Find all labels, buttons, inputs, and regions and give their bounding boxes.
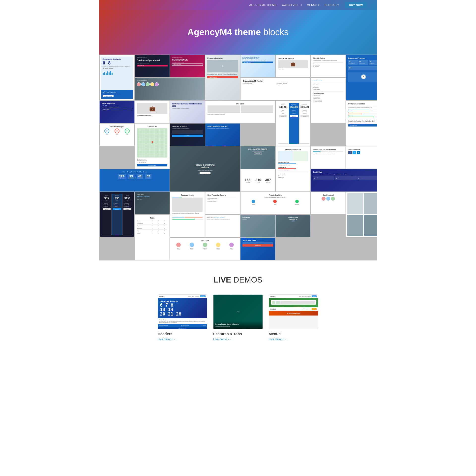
block-dark-pricing: Starter $35 /mo ✓ Feature 1✓ Feature 2✓ … [100, 192, 134, 237]
block-flexible-plans: Flexible Plans For Your Business Lorem i… [311, 146, 346, 169]
demo-thumb-features[interactable]: 📷 Lorem ipsum dolor sit amet, consectetu… [213, 294, 263, 329]
block-marketing-conf[interactable]: 2017 MARKETING CONFERENCE Lorem ipsum do… [170, 55, 205, 77]
nav-agencym4[interactable]: AGENCYM4 THEME [249, 3, 277, 6]
block-fullscreen-slider: FULL SCREEN SLIDER Lorem ipsum dolor sit… [240, 146, 275, 169]
block-economic-analysis[interactable]: Economic Analysis 0 8 Lorem ipsum dolor … [100, 55, 134, 100]
live-demos-section: LIVE DEMOS MobiDoc Home About Services C… [99, 260, 377, 351]
demo-card-headers: MobiDoc Home About Services Contact Econ… [158, 294, 207, 341]
block-create-website: Create SomethingWebsite Lorem ipsum dolo… [170, 146, 240, 191]
block-business-redefined[interactable]: 💼 Business Redefined [135, 101, 170, 123]
block-lets-get-touch[interactable]: Let's Get In Touch Lorem ipsum dolor sit… [170, 124, 205, 146]
block-business-process[interactable]: Business Process 01 Lorem ipsum 02 Conse… [346, 55, 377, 100]
block-our-team: Our Team Name 1 Position Name 2 Position… [170, 238, 240, 260]
block-credit-card: Credit Card Lorem ipsum dolor sit amet c… [311, 169, 377, 191]
block-team-photo: Team members [135, 78, 205, 100]
demos-grid: MobiDoc Home About Services Contact Econ… [109, 294, 367, 341]
block-business-agency-photo: Business Agency [240, 215, 275, 237]
demo-card-features: 📷 Lorem ipsum dolor sit amet, consectetu… [213, 294, 263, 341]
block-live-links: Live Insurance Online Solutions Mobile A… [311, 78, 346, 123]
block-pricing-standard: Starter $35.99 Feature 1Feature 2Feature… [276, 101, 310, 146]
demo-thumb-menus[interactable]: MobiDoc Main Form Links Pages ▾ Button [269, 294, 318, 329]
block-share-page[interactable]: Share This Page! f t in [346, 146, 377, 169]
block-smart-solutions[interactable]: Smart Solutions For You Lorem ipsum dolo… [100, 101, 134, 123]
block-political-economics: Political Economics Lorem ipsum dolor si… [346, 101, 377, 146]
block-like-what[interactable]: Like What We Offer? Lorem ipsum dolor si… [240, 55, 275, 77]
block-create-volume2: CreatesomeVolume 2 15:59 [276, 215, 310, 237]
block-first-class: First class business solutions since 198… [170, 101, 205, 123]
live-demos-title: LIVE DEMOS [109, 275, 367, 285]
block-subscribe[interactable]: SUBSCRIBE FORM SUBSCRIBE [240, 238, 275, 260]
block-first-class-tabs: First class business solutions Lorem ips… [205, 215, 240, 237]
demo-card-menus: MobiDoc Main Form Links Pages ▾ Button [269, 294, 318, 341]
block-smart-solutions-photo: Smart Solutions For You Lorem ipsum dolo… [205, 124, 240, 146]
block-contact-us-map[interactable]: Contact Us 📍 📞 +1 234 567 890 ✉ info@com… [135, 124, 170, 169]
block-flexible-rates[interactable]: Flexible Rates Lorem ipsum dolor sit ame… [311, 55, 346, 77]
block-our-news: Our News Lorem ipsum dolor sit amet cons… [205, 101, 275, 123]
hero-title: AgencyM4 theme blocks [187, 27, 289, 37]
demo-title-features: Features & Tabs [213, 332, 263, 336]
block-private-banking: Private Banking Lorem ipsum dolor sit am… [240, 192, 310, 214]
nav-menus[interactable]: MENUS [307, 3, 320, 7]
demo-link-headers[interactable]: Live demo › [158, 338, 175, 341]
demo-title-headers: Headers [158, 332, 207, 336]
hero-section: AgencyM4 theme blocks [99, 10, 377, 55]
blocks-grid-wrapper: Economic Analysis 0 8 Lorem ipsum dolor … [99, 55, 377, 260]
demo-link-features[interactable]: Live demo › [213, 338, 231, 341]
block-countdown: Count Every Second Until The Event 122 :… [100, 169, 170, 191]
demo-thumb-headers[interactable]: MobiDoc Home About Services Contact Econ… [158, 294, 207, 329]
block-business-ops[interactable]: OPTIMIZE YOUR Business Operations! Lorem… [135, 55, 170, 77]
block-photos-grid [346, 192, 377, 237]
block-first-class-image: First classbusiness solutions since 1989 [135, 192, 170, 214]
block-business-solutions-analysis: Business Solutions Economic Analysis Lor… [276, 146, 310, 191]
blocks-grid: Economic Analysis 0 8 Lorem ipsum dolor … [99, 55, 377, 260]
main-nav: AGENCYM4 THEME WATCH VIDEO MENUS BLOCKS [249, 3, 339, 7]
block-org-behavior: Organizational Behavior ☑ Lorem ipsum do… [240, 78, 310, 100]
block-insurance[interactable]: Insurance Policy 💼 Flexible Rates [276, 55, 310, 77]
block-best-financial: Best Financial Experts 01. Lorem ipsum d… [205, 192, 240, 214]
block-tabs-media[interactable]: Tabs and media Lorem ipsum dolor sit ame… [170, 192, 205, 237]
block-our-advantages: Our advantages 80% Lorem 65% Ipsum 90% D… [100, 124, 134, 146]
demo-title-menus: Menus [269, 332, 318, 336]
demo-link-menus[interactable]: Live demo › [269, 338, 286, 341]
buy-now-button[interactable]: BUY NOW [345, 2, 367, 8]
nav-watch-video[interactable]: WATCH VIDEO [282, 3, 302, 6]
block-stats: 166. Projects 210 Clients 357 Tasks Hits [240, 169, 275, 191]
block-financial-advise[interactable]: Financial Advise 📊 Lorem ipsum dolor sit… [205, 55, 240, 100]
block-our-personal: Our Personal [311, 192, 346, 214]
block-tabla: Tabla NameABC Lorem ipsum528 Consectetur… [135, 215, 170, 260]
main-header: AGENCYM4 THEME WATCH VIDEO MENUS BLOCKS … [99, 0, 377, 10]
nav-blocks[interactable]: BLOCKS [325, 3, 339, 7]
